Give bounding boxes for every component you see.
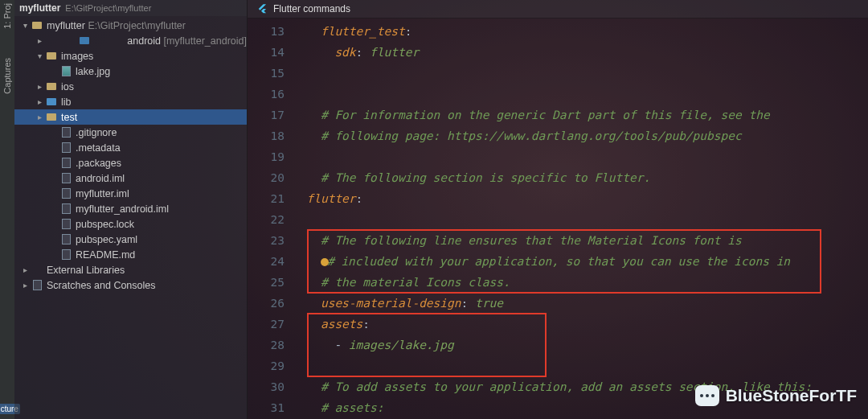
code-line-18[interactable]: # following page: https://www.dartlang.o… — [293, 125, 868, 146]
tool-tab-project[interactable]: 1: Proj — [2, 3, 12, 29]
code-line-29[interactable] — [293, 355, 868, 376]
folder-ios[interactable]: ▸ios — [14, 79, 247, 94]
code-line-14[interactable]: sdk: flutter — [293, 42, 868, 63]
file-pubspec-yaml[interactable]: pubspec.yaml — [14, 232, 247, 247]
code-line-25[interactable]: # the material Icons class. — [293, 272, 868, 293]
code-line-15[interactable] — [293, 63, 868, 84]
editor-pane: Flutter commands 13141516171819202122232… — [248, 0, 868, 419]
watermark: BlueStoneForTF — [695, 385, 857, 406]
project-path: E:\GitProject\myflutter — [65, 3, 151, 13]
code-line-24[interactable]: # included with your application, so tha… — [293, 251, 868, 272]
tool-tab-captures[interactable]: Captures — [2, 58, 12, 94]
source-text[interactable]: flutter_test: sdk: flutter # For informa… — [293, 18, 868, 419]
file-packages[interactable]: .packages — [14, 155, 247, 170]
code-line-22[interactable] — [293, 209, 868, 230]
folder-android[interactable]: ▸android [myflutter_android] — [14, 33, 247, 48]
file-myflutter-iml[interactable]: myflutter.iml — [14, 186, 247, 201]
folder-images[interactable]: ▾images — [14, 48, 247, 64]
project-header: myflutter E:\GitProject\myflutter — [14, 0, 247, 16]
code-line-19[interactable] — [293, 146, 868, 167]
wechat-icon — [695, 385, 719, 406]
code-line-23[interactable]: # The following line ensures that the Ma… — [293, 230, 868, 251]
code-line-17[interactable]: # For information on the generic Dart pa… — [293, 105, 868, 125]
file-readme[interactable]: README.md — [14, 247, 247, 262]
file-gitignore[interactable]: .gitignore — [14, 125, 247, 140]
folder-lib[interactable]: ▸lib — [14, 94, 247, 109]
code-line-26[interactable]: uses-material-design: true — [293, 293, 868, 314]
file-lake[interactable]: lake.jpg — [14, 64, 247, 79]
flutter-commands-bar[interactable]: Flutter commands — [248, 0, 868, 18]
code-line-27[interactable]: assets: — [293, 314, 868, 335]
file-android-iml[interactable]: android.iml — [14, 170, 247, 186]
external-libraries[interactable]: ▸External Libraries — [14, 262, 247, 277]
project-panel: myflutter E:\GitProject\myflutter ▾myflu… — [14, 0, 248, 419]
code-line-21[interactable]: flutter: — [293, 188, 868, 209]
line-gutter: 13141516171819202122232425262728293031 — [248, 18, 293, 419]
code-line-16[interactable] — [293, 84, 868, 105]
flutter-icon — [257, 3, 268, 14]
file-myflutter-android-iml[interactable]: myflutter_android.iml — [14, 201, 247, 216]
project-name: myflutter — [19, 2, 60, 14]
left-tool-strip: 1: Proj Captures ucture — [0, 0, 14, 419]
file-metadata[interactable]: .metadata — [14, 140, 247, 155]
root-folder[interactable]: ▾myflutter E:\GitProject\myflutter — [14, 18, 247, 33]
file-pubspec-lock[interactable]: pubspec.lock — [14, 216, 247, 232]
code-line-20[interactable]: # The following section is specific to F… — [293, 167, 868, 188]
code-line-13[interactable]: flutter_test: — [293, 21, 868, 42]
project-tree[interactable]: ▾myflutter E:\GitProject\myflutter▸andro… — [14, 16, 247, 419]
scratches[interactable]: ▸Scratches and Consoles — [14, 277, 247, 293]
code-line-28[interactable]: - images/lake.jpg — [293, 335, 868, 355]
code-area[interactable]: 13141516171819202122232425262728293031 f… — [248, 18, 868, 419]
folder-test[interactable]: ▸test — [14, 109, 247, 125]
watermark-text: BlueStoneForTF — [726, 386, 857, 405]
flutter-commands-label: Flutter commands — [273, 3, 350, 14]
